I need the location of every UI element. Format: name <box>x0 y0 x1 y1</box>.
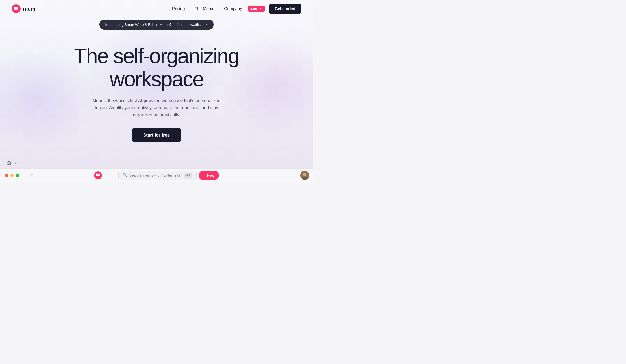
logo[interactable]: mem <box>12 4 35 13</box>
banner-pill[interactable]: Introducing Smart Write & Edit in Mem X … <box>99 20 213 30</box>
main-website: mem Pricing The Memo Company Join us! Ge… <box>0 0 313 182</box>
hero-title-line1: The self-organizing <box>74 44 239 67</box>
logo-text: mem <box>23 6 35 12</box>
get-started-button[interactable]: Get started <box>269 4 301 14</box>
back-button[interactable]: ‹ <box>104 172 109 179</box>
new-button[interactable]: + New <box>198 171 219 180</box>
nav-pricing[interactable]: Pricing <box>168 4 189 13</box>
start-for-free-button[interactable]: Start for free <box>132 128 181 142</box>
avatar[interactable] <box>300 171 309 180</box>
search-bar[interactable]: 🔍 Search "mems with Twitter links" ⌘ K <box>118 171 196 180</box>
banner-text: Introducing Smart Write & Edit in Mem X … <box>105 23 201 27</box>
logo-icon <box>12 4 21 13</box>
sidebar-nav-controls: « <box>24 172 39 179</box>
bottom-toolbar: « ‹ › 🔍 Search "mems with Twitter links"… <box>0 168 313 182</box>
center-toolbar: ‹ › 🔍 Search "mems with Twitter links" ⌘… <box>94 171 219 180</box>
hero-title: The self-organizing workspace <box>5 44 308 90</box>
nav-the-memo[interactable]: The Memo <box>191 4 218 13</box>
new-plus-icon: + <box>203 173 206 178</box>
home-icon <box>7 161 11 165</box>
navbar: mem Pricing The Memo Company Join us! Ge… <box>0 0 313 18</box>
search-shortcut: ⌘ K <box>184 173 193 178</box>
svg-point-9 <box>303 173 306 176</box>
traffic-light-green[interactable] <box>16 174 19 177</box>
sidebar-collapse-button[interactable]: « <box>28 172 35 179</box>
home-label: Home <box>13 161 23 165</box>
traffic-light-red[interactable] <box>5 174 8 177</box>
traffic-lights <box>0 174 24 177</box>
hero-title-line2: workspace <box>110 67 203 91</box>
sidebar-item-home[interactable]: Home <box>4 159 25 166</box>
nav-company[interactable]: Company <box>220 4 246 13</box>
hero-subtitle: Mem is the world's first AI-powered work… <box>90 97 223 118</box>
search-icon: 🔍 <box>122 173 127 178</box>
k-key: K <box>189 174 191 177</box>
traffic-light-yellow[interactable] <box>10 174 14 177</box>
announcement-banner: Introducing Smart Write & Edit in Mem X … <box>0 20 313 30</box>
mem-logo-small[interactable] <box>94 171 102 179</box>
close-icon[interactable]: × <box>205 23 208 27</box>
search-placeholder: Search "mems with Twitter links" <box>129 173 182 177</box>
nav-links: Pricing The Memo Company Join us! Get st… <box>168 4 301 14</box>
avatar-image <box>300 171 309 180</box>
avatar-svg <box>300 171 309 180</box>
cmd-key: ⌘ <box>186 174 189 177</box>
join-us-badge[interactable]: Join us! <box>248 6 265 12</box>
new-label: New <box>207 173 214 177</box>
hero-section: The self-organizing workspace Mem is the… <box>0 30 313 152</box>
forward-button[interactable]: › <box>111 172 116 179</box>
